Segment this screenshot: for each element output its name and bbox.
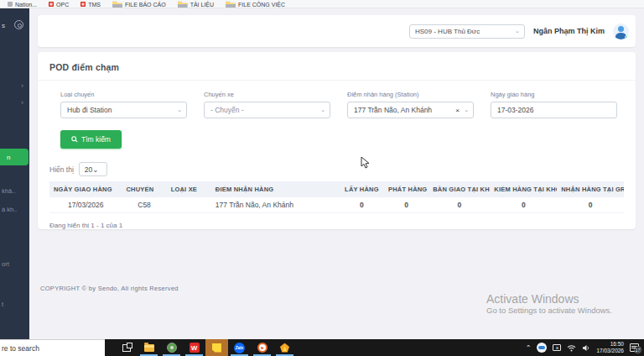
mouse-cursor <box>361 156 370 170</box>
copyright-text: COPYRIGHT © by Sendo, All rights Reserve… <box>40 285 179 292</box>
filter-date: Ngày giao hàng <box>491 91 617 118</box>
delivery-date-input[interactable] <box>491 102 617 118</box>
bookmark-item[interactable]: FILE BÁO CÁO <box>106 0 172 8</box>
orange-ring-app-icon <box>257 343 267 353</box>
file-explorer-button[interactable] <box>138 339 160 356</box>
wifi-icon[interactable] <box>567 344 576 352</box>
chevron-down-icon: ⌄ <box>464 107 469 113</box>
bookmark-item[interactable]: TÀI LIỆU <box>172 0 220 8</box>
sticky-notes-icon <box>212 343 221 353</box>
select-value: 177 Trần Não, An Khánh <box>354 106 432 114</box>
task-view-button[interactable] <box>115 339 138 356</box>
sidebar-item[interactable]: t <box>2 301 3 308</box>
bookmark-label: TMS <box>88 2 101 8</box>
table-cell: C58 <box>122 197 166 213</box>
hidden-icons-chevron[interactable]: ⌃ <box>526 344 532 352</box>
sidebar-item-label: n <box>7 154 10 161</box>
sidebar-item-active[interactable]: n <box>0 149 29 165</box>
column-header: NHẬN HÀNG TẠI GRID <box>557 181 624 197</box>
flame-app-button[interactable] <box>273 339 296 356</box>
column-header: LẤY HÀNG <box>340 181 384 197</box>
red-app-icon <box>49 2 54 7</box>
column-header: BÀN GIAO TẠI KHO <box>428 181 490 197</box>
page-size-select[interactable]: 20 ⌄ <box>79 162 107 176</box>
page-icon <box>8 2 13 7</box>
folder-icon <box>178 1 188 8</box>
clear-icon[interactable]: × <box>455 107 460 114</box>
count-link[interactable]: 0 <box>428 197 490 213</box>
windows-taskbar: re to search W Zalo ⌃ a <box>0 339 644 356</box>
bookmark-item[interactable]: TMS <box>75 0 106 8</box>
settings-gear-icon[interactable] <box>14 20 23 29</box>
bookmark-label: TÀI LIỆU <box>190 2 214 8</box>
clock-time: 16:50 <box>596 341 624 348</box>
table-cell: 17/03/2026 <box>49 197 122 213</box>
hub-select[interactable]: HS09 - HUB Thủ Đức ⌄ <box>409 24 525 39</box>
station-select[interactable]: 177 Trần Não, An Khánh × ⌄ <box>347 102 474 118</box>
bookmark-label: OPC <box>56 2 69 8</box>
taskbar-search-box[interactable]: re to search <box>0 339 105 356</box>
orange-ring-app-button[interactable] <box>251 339 273 356</box>
count-link[interactable]: 0 <box>384 197 428 213</box>
page-size-value: 20 <box>85 165 92 174</box>
chevron-down-icon: ⌄ <box>92 165 98 174</box>
chevron-down-icon: ⌄ <box>320 107 325 113</box>
trip-type-select[interactable]: Hub đi Station ⌄ <box>60 102 187 118</box>
search-button[interactable]: Tìm kiếm <box>60 130 122 149</box>
filter-label: Loại chuyến <box>60 91 187 98</box>
folder-icon <box>112 1 122 8</box>
app-window: s › › n khả.. à kh.. ort t HS09 - HUB Th… <box>0 8 644 339</box>
watermark-line2: Go to Settings to activate Windows. <box>486 306 612 315</box>
green-app-button[interactable] <box>160 339 183 356</box>
bookmark-item[interactable]: Nation... <box>2 0 43 8</box>
system-tray: ⌃ a 16:50 17/03/2026 17 <box>526 339 644 356</box>
bookmark-label: Nation... <box>15 2 37 8</box>
bookmark-item[interactable]: OPC <box>43 0 75 8</box>
action-center-icon[interactable]: 17 <box>630 343 639 352</box>
count-link[interactable]: 0 <box>557 197 624 213</box>
filter-trip: Chuyến xe - Chuyến - ⌄ <box>204 91 330 118</box>
activate-windows-watermark: Activate Windows Go to Settings to activ… <box>486 292 612 315</box>
divider <box>38 80 636 81</box>
sidebar-item[interactable]: ort <box>2 260 9 268</box>
count-link[interactable]: 0 <box>490 197 557 213</box>
input-method-icon[interactable]: a <box>553 344 561 351</box>
notification-badge: 17 <box>634 346 641 353</box>
folder-icon <box>226 1 236 8</box>
chevron-right-icon[interactable]: › <box>21 82 23 90</box>
filter-row: Loại chuyến Hub đi Station ⌄ Chuyến xe -… <box>60 91 617 118</box>
trip-select[interactable]: - Chuyến - ⌄ <box>204 102 330 118</box>
select-value: - Chuyến - <box>210 106 244 114</box>
sticky-notes-button[interactable] <box>205 339 228 356</box>
taskbar-search-text: re to search <box>2 344 39 353</box>
red-app-icon <box>80 2 86 7</box>
task-view-icon <box>122 344 131 352</box>
bookmark-item[interactable]: FILE CÔNG VIỆC <box>220 0 291 8</box>
avatar[interactable] <box>613 24 629 39</box>
column-header: KIỂM HÀNG TẠI KHO <box>490 181 557 197</box>
bookmark-label: FILE CÔNG VIỆC <box>238 2 285 8</box>
show-label: Hiển thị <box>49 165 74 174</box>
search-button-label: Tìm kiếm <box>81 135 111 144</box>
zalo-button[interactable]: Zalo <box>228 339 251 356</box>
cloud-sync-icon[interactable] <box>537 343 547 353</box>
chevron-right-icon[interactable]: › <box>21 99 23 107</box>
column-header: LOẠI XE <box>167 181 211 197</box>
table-cell: 177 Trần Não, An Khánh <box>211 197 340 213</box>
chevron-down-icon: ⌄ <box>515 28 520 34</box>
pod-card: POD điểm chạm Loại chuyến Hub đi Station… <box>38 52 636 229</box>
browser-bookmarks-bar: Nation... OPC TMS FILE BÁO CÁO TÀI LIỆU … <box>0 0 644 8</box>
chevron-down-icon: ⌄ <box>177 107 182 113</box>
flame-app-icon <box>280 343 289 353</box>
sidebar-item[interactable]: khả.. <box>2 187 15 195</box>
w-app-button[interactable]: W <box>183 339 205 356</box>
taskbar-clock[interactable]: 16:50 17/03/2026 <box>596 341 624 354</box>
table-row: 17/03/2026C58177 Trần Não, An Khánh00000 <box>49 197 624 213</box>
count-link[interactable]: 0 <box>340 197 384 213</box>
speaker-icon[interactable] <box>582 344 590 352</box>
hub-select-value: HS09 - HUB Thủ Đức <box>415 28 480 35</box>
pagination-status: Đang hiển thị 1 - 1 của 1 <box>49 222 636 229</box>
screen: Nation... OPC TMS FILE BÁO CÁO TÀI LIỆU … <box>0 0 644 356</box>
sidebar-item[interactable]: à kh.. <box>2 206 17 213</box>
topbar: HS09 - HUB Thủ Đức ⌄ Ngân Phạm Thị Kim <box>38 15 636 47</box>
